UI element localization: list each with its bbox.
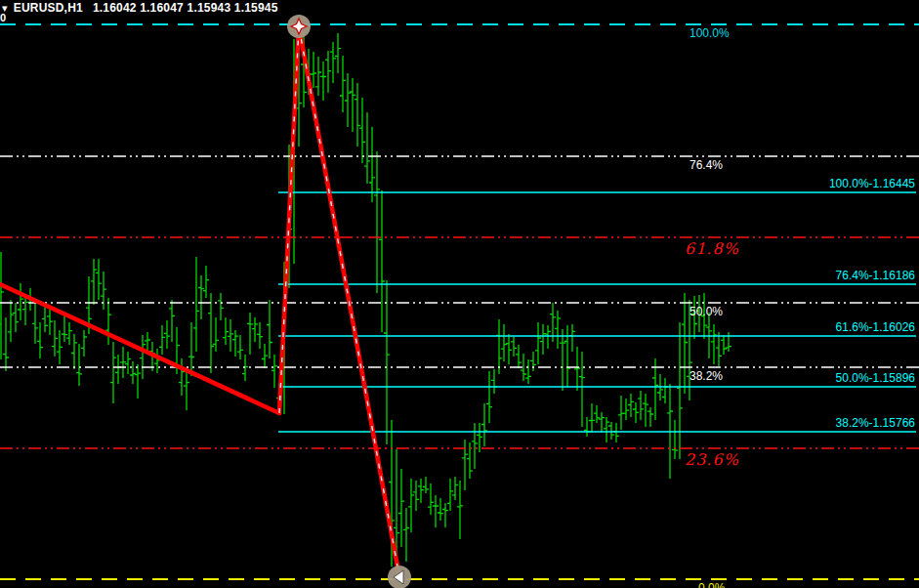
ohlc-bars-series bbox=[0, 24, 731, 576]
ohlc-quote-values: 1.16042 1.16047 1.15943 1.15945 bbox=[93, 1, 278, 15]
fib-percent-label: 76.4% bbox=[689, 159, 723, 172]
fib-price-label: 76.4%-1.16186 bbox=[836, 270, 915, 282]
corner-value-label: 0 bbox=[0, 12, 6, 23]
fib-percent-label: 50.0% bbox=[689, 306, 723, 318]
quote-bar: ▾ EURUSD,H1 1.16042 1.16047 1.15943 1.15… bbox=[2, 1, 278, 15]
fib-price-label: 38.2%-1.15766 bbox=[836, 417, 915, 430]
symbol-timeframe-label: EURUSD,H1 bbox=[14, 1, 83, 15]
chart-window: ▾ EURUSD,H1 1.16042 1.16047 1.15943 1.15… bbox=[0, 0, 919, 588]
price-chart-canvas[interactable] bbox=[0, 0, 919, 588]
fib-price-label: 50.0%-1.15896 bbox=[836, 372, 915, 385]
trend-line[interactable] bbox=[0, 284, 279, 413]
fib-percent-label: 61.8% bbox=[685, 241, 739, 257]
fib-percent-label: 23.6% bbox=[685, 452, 739, 468]
fib-price-label: 100.0%-1.16445 bbox=[829, 178, 915, 190]
fib-price-label: 61.6%-1.16026 bbox=[836, 321, 915, 334]
fib-percent-label: 38.2% bbox=[689, 370, 723, 383]
fib-percent-label: 100.0% bbox=[689, 27, 730, 40]
fib-percent-label: 0.0% bbox=[698, 582, 725, 588]
